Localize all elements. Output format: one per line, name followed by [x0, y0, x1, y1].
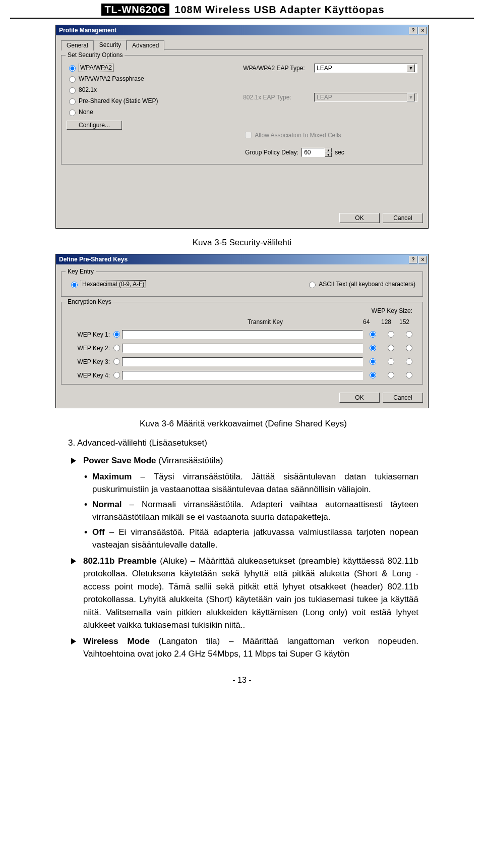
wep2-size-128[interactable] [388, 345, 394, 351]
chevron-down-icon: ▼ [407, 93, 415, 101]
size-64: 64 [363, 318, 381, 326]
wep4-label: WEP Key 4: [67, 372, 110, 379]
wep4-size-152[interactable] [406, 372, 412, 378]
size-152: 152 [399, 318, 417, 326]
security-options-group: Set Security Options WPA/WPA2 WPA/WPA2 P… [61, 55, 423, 165]
radio-wpa-passphrase[interactable]: WPA/WPA2 Passphrase [67, 75, 228, 83]
wep3-size-64[interactable] [370, 358, 376, 365]
tab-strip: General Security Advanced [61, 39, 423, 50]
figure-caption-2: Kuva 3-6 Määritä verkkoavaimet (Define S… [68, 417, 418, 430]
model-label: TL-WN620G [101, 4, 169, 16]
help-icon: ? [411, 28, 414, 33]
close-button[interactable]: × [418, 256, 427, 263]
sub-normal: Normal – Normaali virransäästötila. Adap… [68, 498, 418, 524]
close-button[interactable]: × [418, 27, 427, 34]
wep4-input[interactable] [122, 371, 363, 380]
wep1-label: WEP Key 1: [67, 331, 110, 338]
eap1-label: WPA/WPA2 EAP Type: [243, 65, 311, 72]
cancel-button[interactable]: Cancel [383, 393, 423, 403]
wep4-size-64[interactable] [370, 372, 376, 378]
transmit-key-label: Transmit Key [122, 318, 363, 326]
eap2-combobox: LEAP ▼ [314, 93, 417, 102]
radio-none[interactable]: None [67, 108, 228, 116]
wep3-size-152[interactable] [406, 358, 412, 365]
dialog-titlebar: Profile Management ? × [56, 25, 428, 35]
bullet-preamble: 802.11b Preamble (Aluke) – Määrittää alu… [68, 555, 418, 632]
article-body: Kuva 3-6 Määritä verkkoavaimet (Define S… [68, 417, 418, 661]
key-entry-group: Key Entry Hexadecimal (0-9, A-F) ASCII T… [61, 272, 423, 297]
wep2-label: WEP Key 2: [67, 345, 110, 352]
wep1-size-128[interactable] [388, 331, 394, 338]
transmit-key-1[interactable] [113, 331, 120, 338]
close-icon: × [421, 257, 425, 262]
wep3-label: WEP Key 3: [67, 358, 110, 365]
page-header: TL-WN620G 108M Wireless USB Adapter Käyt… [10, 4, 474, 16]
bullet-wireless-mode: Wireless Mode (Langaton tila) – Määrittä… [68, 635, 418, 661]
group-legend: Encryption Keys [66, 298, 113, 305]
help-button[interactable]: ? [409, 27, 417, 34]
radio-ascii[interactable]: ASCII Text (all keyboard characters) [307, 280, 415, 288]
help-icon: ? [411, 257, 414, 262]
wep2-size-152[interactable] [406, 345, 412, 351]
wep-size-label: WEP Key Size: [363, 307, 417, 314]
eap2-label: 802.1x EAP Type: [243, 94, 311, 101]
figure-caption-1: Kuva 3-5 Security-välilehti [10, 238, 474, 248]
eap1-combobox[interactable]: LEAP ▼ [314, 64, 417, 73]
radio-wpa[interactable]: WPA/WPA2 [67, 64, 228, 72]
dialog-titlebar: Define Pre-Shared Keys ? × [56, 254, 428, 264]
group-policy-label: Group Policy Delay: [243, 149, 298, 156]
cancel-button[interactable]: Cancel [383, 213, 423, 223]
tab-general[interactable]: General [61, 40, 94, 50]
section-heading: 3. Advanced-välilehti (Lisäasetukset) [68, 437, 418, 450]
wep2-input[interactable] [122, 344, 363, 353]
group-legend: Set Security Options [66, 51, 125, 59]
ok-button[interactable]: OK [339, 213, 380, 223]
wep4-size-128[interactable] [388, 372, 394, 378]
encryption-keys-group: Encryption Keys WEP Key Size: Transmit K… [61, 302, 423, 385]
tab-security[interactable]: Security [94, 40, 127, 50]
tab-advanced[interactable]: Advanced [127, 40, 164, 50]
bullet-power-save: Power Save Mode (Virransäästötila) [68, 454, 418, 467]
page-number: - 13 - [10, 676, 474, 685]
sec-label: sec [335, 149, 344, 156]
chevron-down-icon: ▼ [407, 64, 415, 72]
wep1-input[interactable] [122, 330, 363, 339]
spinner-down[interactable]: ▼ [325, 152, 332, 157]
radio-psk-wep[interactable]: Pre-Shared Key (Static WEP) [67, 97, 228, 105]
group-legend: Key Entry [66, 268, 96, 275]
dialog-title: Define Pre-Shared Keys [59, 256, 128, 263]
spinner-up[interactable]: ▲ [325, 148, 332, 152]
wep1-size-152[interactable] [406, 331, 412, 338]
transmit-key-3[interactable] [113, 358, 120, 365]
sub-off: Off – Ei virransäästöä. Pitää adapteria … [68, 526, 418, 552]
transmit-key-4[interactable] [113, 372, 120, 378]
sub-maximum: Maximum – Täysi virransäästötila. Jättää… [68, 470, 418, 496]
radio-hex[interactable]: Hexadecimal (0-9, A-F) [69, 280, 146, 288]
group-policy-input[interactable]: 60 [301, 148, 325, 157]
configure-button[interactable]: Configure... [67, 121, 122, 130]
ok-button[interactable]: OK [339, 393, 380, 403]
header-divider [10, 18, 474, 19]
allow-mixed-checkbox: Allow Association to Mixed Cells [243, 130, 417, 140]
wep3-size-128[interactable] [388, 358, 394, 365]
doc-title: 108M Wireless USB Adapter Käyttöopas [174, 4, 384, 15]
profile-management-dialog: Profile Management ? × General Security … [55, 25, 429, 229]
wep3-input[interactable] [122, 357, 363, 366]
radio-8021x[interactable]: 802.1x [67, 86, 228, 94]
size-128: 128 [381, 318, 399, 326]
wep1-size-64[interactable] [370, 331, 376, 338]
transmit-key-2[interactable] [113, 345, 120, 351]
close-icon: × [421, 28, 425, 33]
wep2-size-64[interactable] [370, 345, 376, 351]
dialog-title: Profile Management [59, 27, 116, 34]
define-psk-dialog: Define Pre-Shared Keys ? × Key Entry Hex… [55, 254, 429, 408]
help-button[interactable]: ? [409, 256, 417, 263]
